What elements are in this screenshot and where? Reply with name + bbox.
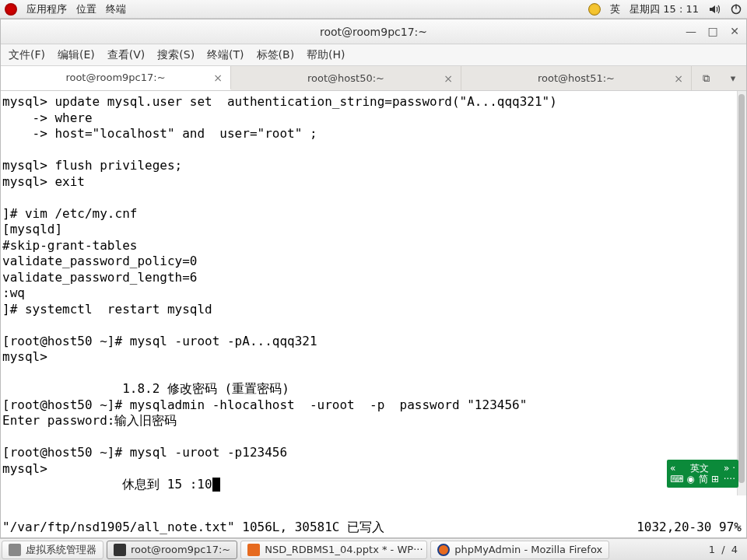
ime-simplified: 简 ⊞: [699, 474, 719, 485]
tab-1[interactable]: root@room9pc17:~ ×: [1, 66, 231, 90]
task-vmm[interactable]: 虚拟系统管理器: [2, 541, 103, 559]
vim-status-line: "/var/ftp/nsd1905/all_note.txt" 1056L, 3…: [1, 520, 746, 537]
ime-lang: 英文: [690, 463, 709, 474]
task-label: phpMyAdmin - Mozilla Firefox: [454, 544, 602, 555]
ime-prev-icon[interactable]: «: [670, 463, 675, 474]
workspace-switcher[interactable]: 1 / 4: [701, 544, 747, 555]
distro-logo-icon[interactable]: [5, 3, 17, 16]
menu-file[interactable]: 文件(F): [9, 48, 45, 62]
scrollbar[interactable]: [737, 91, 746, 495]
firefox-icon: [437, 544, 450, 556]
tab-close-icon[interactable]: ×: [213, 72, 223, 84]
terminal-icon: [114, 544, 126, 556]
taskbar: 虚拟系统管理器 root@room9pc17:~ NSD_RDBMS1_04.p…: [0, 538, 747, 560]
new-tab-icon[interactable]: ⧉: [703, 72, 710, 85]
minimize-button[interactable]: —: [684, 24, 698, 38]
power-icon[interactable]: [730, 3, 742, 16]
menu-view[interactable]: 查看(V): [107, 48, 146, 62]
menu-help[interactable]: 帮助(H): [307, 48, 345, 62]
window-title: root@room9pc17:~: [320, 26, 427, 38]
desktop-topbar: 应用程序 位置 终端 英 星期四 15 : 11: [0, 0, 747, 19]
svg-rect-1: [735, 4, 736, 9]
volume-icon[interactable]: [708, 3, 721, 16]
menu-tabs[interactable]: 标签(B): [257, 48, 295, 62]
tab-3[interactable]: root@host51:~ ×: [461, 66, 692, 90]
ime-keyboard-icon[interactable]: ⌨ ◉: [670, 474, 695, 485]
task-wps[interactable]: NSD_RDBMS1_04.pptx * - WP···: [240, 541, 427, 559]
scroll-thumb[interactable]: [738, 94, 745, 483]
ime-indicator[interactable]: 英: [610, 2, 620, 16]
tab-label: root@room9pc17:~: [65, 72, 165, 83]
ime-floating-badge[interactable]: « 英文 » · ⌨ ◉ 简 ⊞ ····: [667, 460, 738, 488]
close-button[interactable]: ✕: [728, 24, 742, 38]
notification-icon[interactable]: [588, 3, 601, 16]
ime-next-icon[interactable]: » ·: [724, 463, 735, 474]
cursor: [212, 478, 220, 492]
tabbar: root@room9pc17:~ × root@host50:~ × root@…: [1, 66, 746, 91]
task-label: root@room9pc17:~: [131, 544, 230, 555]
vim-status-left: "/var/ftp/nsd1905/all_note.txt" 1056L, 3…: [2, 520, 384, 536]
wps-icon: [247, 544, 260, 556]
menu-terminal[interactable]: 终端(T): [207, 48, 244, 62]
tab-label: root@host50:~: [307, 72, 384, 84]
menu-places[interactable]: 位置: [76, 2, 96, 16]
tab-extras: ⧉ ▾: [692, 66, 746, 90]
maximize-button[interactable]: □: [706, 24, 720, 38]
tab-2[interactable]: root@host50:~ ×: [231, 66, 461, 90]
menu-edit[interactable]: 编辑(E): [58, 48, 95, 62]
tab-menu-icon[interactable]: ▾: [731, 72, 736, 84]
tab-close-icon[interactable]: ×: [444, 72, 453, 85]
menu-terminal[interactable]: 终端: [106, 2, 126, 16]
window-titlebar[interactable]: root@room9pc17:~ — □ ✕: [1, 19, 746, 44]
terminal-window: root@room9pc17:~ — □ ✕ 文件(F) 编辑(E) 查看(V)…: [0, 19, 747, 538]
tab-label: root@host51:~: [538, 72, 615, 84]
terminal-content: mysql> update mysql.user set authenticat…: [1, 91, 746, 493]
menubar: 文件(F) 编辑(E) 查看(V) 搜索(S) 终端(T) 标签(B) 帮助(H…: [1, 44, 746, 66]
ime-more-icon[interactable]: ····: [724, 474, 735, 485]
vim-status-right: 1032,20-30 97%: [637, 520, 742, 536]
task-label: 虚拟系统管理器: [26, 543, 96, 557]
task-terminal[interactable]: root@room9pc17:~: [107, 541, 237, 559]
task-label: NSD_RDBMS1_04.pptx * - WP···: [265, 544, 423, 555]
vmm-icon: [9, 544, 21, 556]
clock[interactable]: 星期四 15 : 11: [630, 2, 699, 16]
task-firefox[interactable]: phpMyAdmin - Mozilla Firefox: [430, 541, 609, 559]
menu-applications[interactable]: 应用程序: [26, 2, 67, 16]
terminal-area[interactable]: mysql> update mysql.user set authenticat…: [1, 91, 746, 537]
tab-close-icon[interactable]: ×: [674, 72, 683, 85]
menu-search[interactable]: 搜索(S): [157, 48, 195, 62]
